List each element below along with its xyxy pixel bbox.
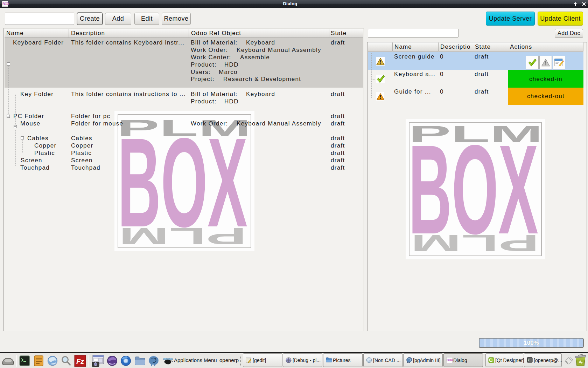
svg-text:PLM: PLM — [119, 223, 247, 249]
svg-text:Fz: Fz — [76, 357, 84, 365]
svg-text:PLM: PLM — [411, 230, 539, 256]
